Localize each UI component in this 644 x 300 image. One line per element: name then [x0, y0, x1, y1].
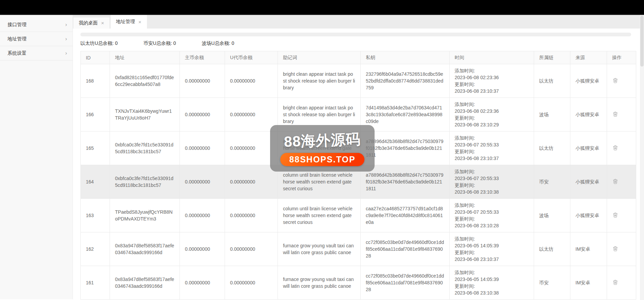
- cell-u-balance: 0.00000000: [225, 64, 278, 98]
- table-header-cell: 私钥: [361, 51, 450, 64]
- table-row: 162 0x83a947d8ef58583f17aefe0346743aadc9…: [81, 232, 636, 266]
- close-icon[interactable]: ×: [101, 20, 104, 25]
- delete-button[interactable]: [612, 178, 619, 185]
- cell-time: 添加时间: 2023-06-07 20:55:33 更新时间: 2023-06-…: [450, 199, 534, 232]
- time-added-value: 2023-06-08 02:23:36: [455, 74, 529, 81]
- cell-time: 添加时间: 2023-06-08 02:23:36 更新时间: 2023-06-…: [450, 64, 534, 98]
- cell-source: 小狐狸安卓: [570, 199, 607, 232]
- close-icon[interactable]: ×: [138, 19, 141, 24]
- cell-main-balance: 0.00000000: [180, 232, 225, 266]
- cell-u-balance: 0.00000000: [225, 232, 278, 266]
- table-row: 161 0x83a947d8ef58583f17aefe0346743aadc9…: [81, 266, 636, 300]
- topbar: [0, 0, 644, 15]
- cell-private-key: a78896d42b368b8f82d47c75030979f0182fb3e3…: [361, 165, 450, 199]
- cell-chain: 以太坊: [534, 232, 570, 266]
- cell-address: 0xbfca0c3fe7fd1c5e33091d5cd9118bc3c181bc…: [110, 165, 180, 199]
- trash-icon: [613, 111, 618, 117]
- cell-u-balance: 0.00000000: [225, 98, 278, 131]
- horizontal-scrollbar[interactable]: [80, 33, 631, 36]
- summary-value: 0: [232, 40, 234, 46]
- cell-u-balance: 0.00000000: [225, 131, 278, 165]
- table-row: 165 0xbfca0c3fe7fd1c5e33091d5cd9118bc3c1…: [81, 131, 636, 165]
- cell-time: 添加时间: 2023-06-07 20:55:33 更新时间: 2023-06-…: [450, 165, 534, 199]
- cell-source: IM安卓: [570, 266, 607, 300]
- cell-chain: 波场: [534, 199, 570, 232]
- cell-actions: [607, 232, 636, 266]
- cell-private-key: 7d41498a53d4de2ba7d70634cd4713c8c193c6af…: [361, 98, 450, 131]
- cell-main-balance: 0.00000000: [180, 165, 225, 199]
- cell-mnemonic: furnace grow young vault taxi can will l…: [278, 266, 361, 300]
- delete-button[interactable]: [612, 111, 619, 118]
- time-added-value: 2023-06-08 02:23:36: [455, 108, 529, 114]
- tab[interactable]: 地址管理 ×: [111, 15, 147, 29]
- trash-icon: [613, 179, 618, 184]
- time-updated-label: 更新时间:: [455, 182, 529, 189]
- cell-actions: [607, 64, 636, 98]
- cell-mnemonic: bright clean appear intact task post sho…: [278, 64, 361, 98]
- address-table: ID地址主币余额U代币余额助记词私钥时间所属链来源操作 168 0xfad828…: [80, 51, 636, 300]
- table-body: 168 0xfad8281c165edf01770fde6cc29ecabbfa…: [81, 64, 636, 300]
- sidebar-item-label: 接口管理: [7, 22, 26, 28]
- cell-address: TPaebdS8JyuwjfQcYRB8NoPDMvAXDTEYm3: [110, 199, 180, 232]
- tab[interactable]: 我的桌面 ×: [73, 17, 110, 29]
- time-added-label: 添加时间:: [455, 101, 529, 108]
- sidebar-item-label: 系统设置: [7, 50, 26, 56]
- time-updated-value: 2023-06-08 23:10:37: [455, 256, 529, 263]
- summary-value: 0: [115, 40, 118, 46]
- table-header-cell: 主币余额: [180, 51, 225, 64]
- delete-button[interactable]: [612, 77, 619, 84]
- trash-icon: [613, 78, 618, 83]
- cell-actions: [607, 199, 636, 232]
- cell-mnemonic: column until brain license vehicle horse…: [278, 165, 361, 199]
- chevron-right-icon: ›: [65, 22, 67, 28]
- time-added-value: 2023-06-05 14:05:39: [455, 276, 529, 283]
- time-added-label: 添加时间:: [455, 269, 529, 276]
- table-header-cell: 操作: [607, 51, 636, 64]
- sidebar-item[interactable]: 地址管理 ›: [0, 32, 73, 46]
- time-updated-label: 更新时间:: [455, 215, 529, 222]
- summary-label: 波场U总余额:: [202, 40, 230, 46]
- time-updated-label: 更新时间:: [455, 249, 529, 256]
- delete-button[interactable]: [612, 279, 619, 286]
- summary-item: 波场U总余额:0: [202, 40, 236, 47]
- tab-label: 地址管理: [116, 19, 135, 25]
- table-header-cell: 地址: [110, 51, 180, 64]
- summary-label: 币安U总余额:: [144, 40, 172, 46]
- delete-button[interactable]: [612, 212, 619, 218]
- sidebar: 接口管理 › 地址管理 › 系统设置 ›: [0, 15, 73, 299]
- sidebar-item-label: 地址管理: [7, 36, 26, 42]
- table-row: 163 TPaebdS8JyuwjfQcYRB8NoPDMvAXDTEYm3 0…: [81, 199, 636, 232]
- cell-chain: 波场: [534, 98, 570, 131]
- cell-id: 168: [81, 64, 110, 98]
- delete-button[interactable]: [612, 245, 619, 252]
- cell-mnemonic: column until brain license vehicle horse…: [278, 199, 361, 232]
- cell-actions: [607, 266, 636, 300]
- sidebar-item[interactable]: 接口管理 ›: [0, 18, 73, 32]
- cell-main-balance: 0.00000000: [180, 199, 225, 232]
- summary-label: 以太坊U总余额:: [80, 40, 114, 46]
- cell-private-key: a78896d42b368b8f82d47c75030979f0182fb3e3…: [361, 131, 450, 165]
- table-header-cell: 所属链: [534, 51, 570, 64]
- table-header-cell: 来源: [570, 51, 607, 64]
- cell-source: 小狐狸安卓: [570, 64, 607, 98]
- cell-time: 添加时间: 2023-06-08 02:23:36 更新时间: 2023-06-…: [450, 98, 534, 131]
- cell-main-balance: 0.00000000: [180, 131, 225, 165]
- cell-id: 161: [81, 266, 110, 300]
- cell-main-balance: 0.00000000: [180, 98, 225, 131]
- main-layout: 接口管理 › 地址管理 › 系统设置 › 我的桌面 × 地址管理 ×: [0, 15, 644, 299]
- cell-chain: 以太坊: [534, 64, 570, 98]
- vertical-scrollbar[interactable]: [640, 15, 644, 300]
- cell-time: 添加时间: 2023-06-05 14:05:39 更新时间: 2023-06-…: [450, 232, 534, 266]
- cell-mnemonic: column until brain license vehicle horse…: [278, 131, 361, 165]
- sidebar-item[interactable]: 系统设置 ›: [0, 46, 73, 60]
- delete-button[interactable]: [612, 144, 619, 151]
- cell-u-balance: 0.00000000: [225, 266, 278, 300]
- cell-address: 0x83a947d8ef58583f17aefe0346743aadc99916…: [110, 266, 180, 300]
- cell-id: 164: [81, 165, 110, 199]
- time-updated-label: 更新时间:: [455, 81, 529, 88]
- scrollbar-thumb[interactable]: [640, 16, 644, 67]
- cell-source: 小狐狸安卓: [570, 98, 607, 131]
- cell-actions: [607, 131, 636, 165]
- time-added-label: 添加时间:: [455, 67, 529, 74]
- cell-id: 166: [81, 98, 110, 131]
